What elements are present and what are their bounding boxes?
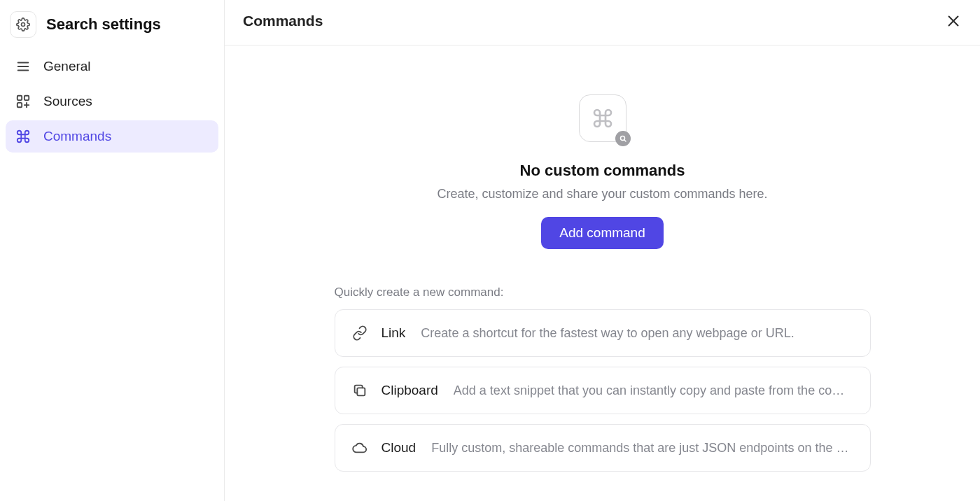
gear-icon xyxy=(16,17,30,31)
empty-state-title: No custom commands xyxy=(520,162,685,180)
sidebar-item-label: Commands xyxy=(43,129,111,144)
close-icon xyxy=(946,13,961,29)
card-description: Add a text snippet that you can instantl… xyxy=(454,383,853,398)
svg-rect-5 xyxy=(24,96,29,100)
card-title: Link xyxy=(382,325,406,341)
add-command-button[interactable]: Add command xyxy=(541,217,664,249)
card-title: Cloud xyxy=(382,440,416,456)
main-header: Commands xyxy=(225,0,980,45)
card-description: Create a shortcut for the fastest way to… xyxy=(421,326,853,341)
empty-state-badge xyxy=(615,131,631,146)
settings-gear-button[interactable] xyxy=(10,11,36,38)
app-root: Search settings General Sources Commands xyxy=(0,0,980,501)
close-button[interactable] xyxy=(942,10,965,32)
sidebar-item-label: General xyxy=(43,59,91,74)
page-title: Commands xyxy=(243,13,323,29)
svg-line-12 xyxy=(624,140,625,141)
sidebar-title: Search settings xyxy=(46,15,161,34)
command-icon xyxy=(15,129,31,144)
sidebar-item-general[interactable]: General xyxy=(6,50,218,83)
cloud-icon xyxy=(352,440,368,456)
sidebar-item-commands[interactable]: Commands xyxy=(6,120,218,153)
svg-point-0 xyxy=(22,23,25,27)
settings-sidebar: Search settings General Sources Commands xyxy=(0,0,224,501)
empty-state-icon-wrap xyxy=(579,94,626,142)
sidebar-header: Search settings xyxy=(6,7,218,50)
quick-create-cards: Link Create a shortcut for the fastest w… xyxy=(335,309,871,472)
clipboard-icon xyxy=(352,383,368,398)
svg-rect-13 xyxy=(357,388,365,395)
quick-create-section: Quickly create a new command: Link Creat… xyxy=(335,285,871,472)
card-title: Clipboard xyxy=(382,383,438,398)
sidebar-item-sources[interactable]: Sources xyxy=(6,85,218,118)
link-icon xyxy=(352,325,368,341)
sidebar-item-label: Sources xyxy=(43,94,92,109)
quick-create-label: Quickly create a new command: xyxy=(335,285,871,299)
quick-create-link[interactable]: Link Create a shortcut for the fastest w… xyxy=(335,309,871,357)
quick-create-clipboard[interactable]: Clipboard Add a text snippet that you ca… xyxy=(335,367,871,414)
svg-rect-6 xyxy=(18,103,22,107)
command-icon xyxy=(592,107,614,129)
svg-rect-4 xyxy=(18,96,22,100)
menu-icon xyxy=(15,59,31,74)
main-panel: Commands No custom commands Create, cust… xyxy=(224,0,980,501)
sidebar-nav: General Sources Commands xyxy=(6,50,218,153)
quick-create-cloud[interactable]: Cloud Fully custom, shareable commands t… xyxy=(335,424,871,472)
card-description: Fully custom, shareable commands that ar… xyxy=(431,441,853,456)
content-area: No custom commands Create, customize and… xyxy=(225,45,980,501)
grid-add-icon xyxy=(15,94,31,109)
search-icon xyxy=(619,134,627,143)
empty-state-subtitle: Create, customize and share your custom … xyxy=(437,187,767,202)
